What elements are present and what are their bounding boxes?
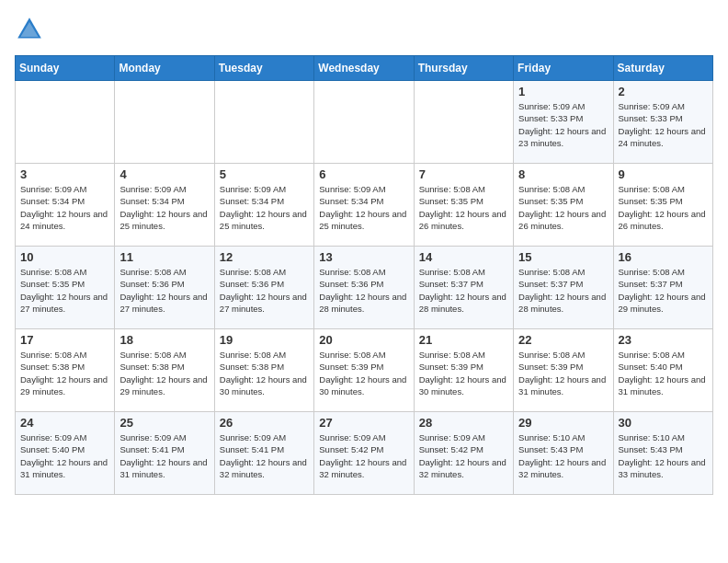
day-number: 13 (319, 250, 408, 264)
calendar-header: SundayMondayTuesdayWednesdayThursdayFrid… (16, 56, 713, 81)
day-number: 12 (220, 250, 309, 264)
calendar-cell: 16Sunrise: 5:08 AM Sunset: 5:37 PM Dayli… (613, 247, 712, 329)
day-info: Sunrise: 5:09 AM Sunset: 5:41 PM Dayligh… (119, 431, 209, 480)
day-number: 30 (619, 416, 708, 430)
calendar-cell: 19Sunrise: 5:08 AM Sunset: 5:38 PM Dayli… (214, 329, 313, 412)
calendar-cell: 14Sunrise: 5:08 AM Sunset: 5:37 PM Dayli… (414, 247, 513, 329)
calendar-week-row: 10Sunrise: 5:08 AM Sunset: 5:35 PM Dayli… (16, 247, 713, 329)
day-info: Sunrise: 5:09 AM Sunset: 5:34 PM Dayligh… (119, 183, 209, 232)
calendar-cell: 22Sunrise: 5:08 AM Sunset: 5:39 PM Dayli… (514, 329, 613, 412)
day-info: Sunrise: 5:09 AM Sunset: 5:42 PM Dayligh… (419, 431, 508, 480)
calendar-week-row: 17Sunrise: 5:08 AM Sunset: 5:38 PM Dayli… (16, 329, 713, 412)
day-info: Sunrise: 5:09 AM Sunset: 5:34 PM Dayligh… (319, 183, 408, 232)
day-number: 21 (419, 333, 508, 347)
weekday-row: SundayMondayTuesdayWednesdayThursdayFrid… (16, 56, 713, 81)
day-info: Sunrise: 5:09 AM Sunset: 5:42 PM Dayligh… (319, 431, 408, 480)
day-info: Sunrise: 5:08 AM Sunset: 5:40 PM Dayligh… (619, 349, 708, 397)
day-number: 19 (220, 333, 309, 347)
logo-icon (15, 15, 44, 44)
day-number: 27 (319, 416, 408, 430)
day-number: 1 (518, 85, 608, 98)
day-number: 20 (319, 333, 408, 347)
calendar-cell: 29Sunrise: 5:10 AM Sunset: 5:43 PM Dayli… (514, 412, 613, 495)
day-info: Sunrise: 5:08 AM Sunset: 5:35 PM Dayligh… (619, 183, 708, 232)
day-info: Sunrise: 5:08 AM Sunset: 5:36 PM Dayligh… (319, 266, 408, 315)
calendar-cell: 4Sunrise: 5:09 AM Sunset: 5:34 PM Daylig… (115, 164, 214, 247)
day-info: Sunrise: 5:08 AM Sunset: 5:35 PM Dayligh… (419, 183, 508, 232)
calendar-body: 1Sunrise: 5:09 AM Sunset: 5:33 PM Daylig… (16, 81, 713, 495)
day-number: 24 (20, 416, 109, 430)
day-number: 5 (220, 167, 309, 181)
day-info: Sunrise: 5:08 AM Sunset: 5:35 PM Dayligh… (518, 183, 608, 232)
day-info: Sunrise: 5:08 AM Sunset: 5:35 PM Dayligh… (20, 266, 109, 315)
weekday-header: Sunday (16, 56, 115, 81)
day-info: Sunrise: 5:08 AM Sunset: 5:36 PM Dayligh… (119, 266, 209, 315)
day-number: 9 (619, 167, 708, 181)
weekday-header: Saturday (613, 56, 712, 81)
day-info: Sunrise: 5:10 AM Sunset: 5:43 PM Dayligh… (518, 431, 608, 480)
calendar-cell: 25Sunrise: 5:09 AM Sunset: 5:41 PM Dayli… (115, 412, 214, 495)
day-number: 29 (518, 416, 608, 430)
calendar-cell (115, 81, 214, 164)
day-number: 16 (619, 250, 708, 264)
day-info: Sunrise: 5:09 AM Sunset: 5:33 PM Dayligh… (518, 100, 608, 149)
calendar-cell: 11Sunrise: 5:08 AM Sunset: 5:36 PM Dayli… (115, 247, 214, 329)
calendar-cell: 21Sunrise: 5:08 AM Sunset: 5:39 PM Dayli… (414, 329, 513, 412)
calendar-week-row: 1Sunrise: 5:09 AM Sunset: 5:33 PM Daylig… (16, 81, 713, 164)
day-info: Sunrise: 5:08 AM Sunset: 5:37 PM Dayligh… (419, 266, 508, 315)
calendar-week-row: 3Sunrise: 5:09 AM Sunset: 5:34 PM Daylig… (16, 164, 713, 247)
day-info: Sunrise: 5:08 AM Sunset: 5:39 PM Dayligh… (518, 349, 608, 397)
day-number: 3 (20, 167, 109, 181)
calendar-cell: 3Sunrise: 5:09 AM Sunset: 5:34 PM Daylig… (16, 164, 115, 247)
day-info: Sunrise: 5:08 AM Sunset: 5:38 PM Dayligh… (20, 349, 109, 397)
calendar-cell: 9Sunrise: 5:08 AM Sunset: 5:35 PM Daylig… (613, 164, 712, 247)
calendar-cell: 26Sunrise: 5:09 AM Sunset: 5:41 PM Dayli… (214, 412, 313, 495)
day-number: 23 (619, 333, 708, 347)
day-info: Sunrise: 5:08 AM Sunset: 5:37 PM Dayligh… (619, 266, 708, 315)
calendar-week-row: 24Sunrise: 5:09 AM Sunset: 5:40 PM Dayli… (16, 412, 713, 495)
calendar-cell: 23Sunrise: 5:08 AM Sunset: 5:40 PM Dayli… (613, 329, 712, 412)
day-number: 10 (20, 250, 109, 264)
calendar-cell: 24Sunrise: 5:09 AM Sunset: 5:40 PM Dayli… (16, 412, 115, 495)
day-number: 17 (20, 333, 109, 347)
day-number: 8 (518, 167, 608, 181)
day-number: 7 (419, 167, 508, 181)
day-info: Sunrise: 5:09 AM Sunset: 5:34 PM Dayligh… (20, 183, 109, 232)
page-header (15, 15, 713, 44)
day-number: 14 (419, 250, 508, 264)
calendar-cell: 2Sunrise: 5:09 AM Sunset: 5:33 PM Daylig… (613, 81, 712, 164)
day-number: 2 (619, 85, 708, 98)
day-number: 25 (119, 416, 209, 430)
calendar-cell: 30Sunrise: 5:10 AM Sunset: 5:43 PM Dayli… (613, 412, 712, 495)
calendar-cell: 15Sunrise: 5:08 AM Sunset: 5:37 PM Dayli… (514, 247, 613, 329)
calendar-cell: 18Sunrise: 5:08 AM Sunset: 5:38 PM Dayli… (115, 329, 214, 412)
weekday-header: Friday (514, 56, 613, 81)
day-number: 18 (119, 333, 209, 347)
calendar-cell: 17Sunrise: 5:08 AM Sunset: 5:38 PM Dayli… (16, 329, 115, 412)
calendar-cell: 20Sunrise: 5:08 AM Sunset: 5:39 PM Dayli… (314, 329, 414, 412)
logo (15, 15, 48, 44)
calendar-cell: 5Sunrise: 5:09 AM Sunset: 5:34 PM Daylig… (214, 164, 313, 247)
calendar-cell: 12Sunrise: 5:08 AM Sunset: 5:36 PM Dayli… (214, 247, 313, 329)
calendar-cell: 10Sunrise: 5:08 AM Sunset: 5:35 PM Dayli… (16, 247, 115, 329)
calendar-cell: 7Sunrise: 5:08 AM Sunset: 5:35 PM Daylig… (414, 164, 513, 247)
weekday-header: Tuesday (214, 56, 313, 81)
day-info: Sunrise: 5:09 AM Sunset: 5:40 PM Dayligh… (20, 431, 109, 480)
calendar-cell (414, 81, 513, 164)
calendar-cell: 8Sunrise: 5:08 AM Sunset: 5:35 PM Daylig… (514, 164, 613, 247)
day-number: 6 (319, 167, 408, 181)
calendar-cell (16, 81, 115, 164)
calendar-cell: 27Sunrise: 5:09 AM Sunset: 5:42 PM Dayli… (314, 412, 414, 495)
day-info: Sunrise: 5:08 AM Sunset: 5:39 PM Dayligh… (319, 349, 408, 397)
day-number: 22 (518, 333, 608, 347)
day-info: Sunrise: 5:09 AM Sunset: 5:41 PM Dayligh… (220, 431, 309, 480)
day-number: 11 (119, 250, 209, 264)
day-number: 4 (119, 167, 209, 181)
calendar-cell (314, 81, 414, 164)
day-info: Sunrise: 5:08 AM Sunset: 5:39 PM Dayligh… (419, 349, 508, 397)
calendar-cell: 13Sunrise: 5:08 AM Sunset: 5:36 PM Dayli… (314, 247, 414, 329)
calendar-cell: 28Sunrise: 5:09 AM Sunset: 5:42 PM Dayli… (414, 412, 513, 495)
day-info: Sunrise: 5:09 AM Sunset: 5:33 PM Dayligh… (619, 100, 708, 149)
day-info: Sunrise: 5:09 AM Sunset: 5:34 PM Dayligh… (220, 183, 309, 232)
day-info: Sunrise: 5:08 AM Sunset: 5:37 PM Dayligh… (518, 266, 608, 315)
